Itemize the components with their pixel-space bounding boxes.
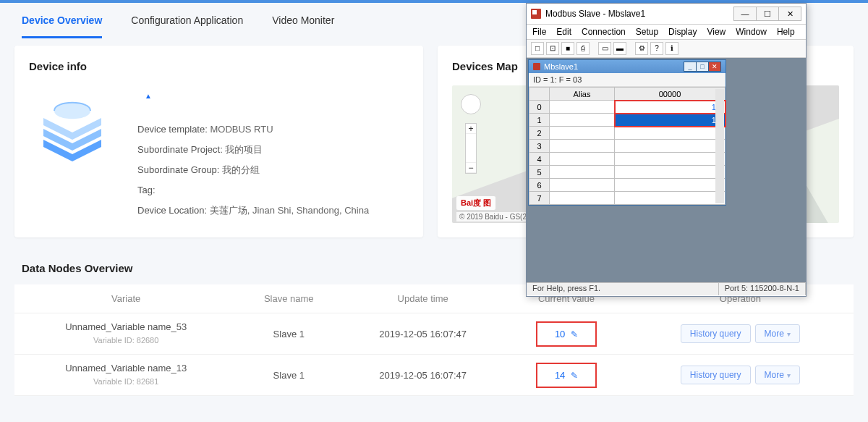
- tool-icon[interactable]: ⚙: [635, 42, 648, 55]
- maximize-button[interactable]: ☐: [756, 7, 779, 21]
- child-titlebar[interactable]: Mbslave1 _ □ ✕: [529, 60, 726, 73]
- caret-icon: ▲: [145, 86, 152, 106]
- about-icon[interactable]: ℹ: [665, 42, 678, 55]
- print-icon[interactable]: ⎙: [576, 42, 590, 55]
- update-time: 2019-12-05 16:07:47: [340, 313, 506, 355]
- scrollbar[interactable]: [715, 89, 724, 203]
- menu-connection[interactable]: Connection: [582, 27, 626, 37]
- grid-col-alias: Alias: [550, 88, 615, 101]
- grid-col-value: 00000: [615, 88, 726, 101]
- col-time: Update time: [340, 284, 506, 313]
- child-close-button[interactable]: ✕: [708, 62, 721, 72]
- table-row: Unnamed_Variable name_53Variable ID: 826…: [14, 313, 854, 355]
- tab-video-monitor[interactable]: Video Moniter: [272, 14, 334, 38]
- edit-icon[interactable]: ✎: [571, 329, 578, 339]
- history-query-button[interactable]: History query: [681, 366, 751, 384]
- window-title: Modbus Slave - Mbslave1: [545, 9, 734, 19]
- child-minimize-button[interactable]: _: [684, 62, 697, 72]
- menu-file[interactable]: File: [532, 27, 546, 37]
- current-value: 14: [555, 370, 565, 381]
- map-zoom-in-icon[interactable]: +: [466, 124, 476, 134]
- update-time: 2019-12-05 16:07:47: [340, 355, 506, 396]
- tab-configuration[interactable]: Configuration Application: [131, 14, 243, 38]
- menu-setup[interactable]: Setup: [636, 27, 658, 37]
- chevron-down-icon: ▾: [787, 371, 791, 379]
- window-titlebar[interactable]: Modbus Slave - Mbslave1 — ☐ ✕: [527, 4, 806, 25]
- open-icon[interactable]: ⊡: [546, 42, 559, 55]
- variable-name: Unnamed_Variable name_13: [20, 362, 231, 375]
- statusbar: For Help, press F1. Port 5: 115200-8-N-1: [527, 282, 806, 295]
- variable-id: Variable ID: 82681: [20, 375, 231, 388]
- device-project: 我的项目: [225, 144, 263, 155]
- register-row[interactable]: 20: [529, 127, 726, 140]
- data-nodes-table: Variate Slave name Update time Current v…: [14, 284, 854, 396]
- col-slave: Slave name: [237, 284, 340, 313]
- tab-device-overview[interactable]: Device Overview: [22, 14, 102, 38]
- status-port: Port 5: 115200-8-N-1: [719, 283, 806, 295]
- device-tag-label: Tag:: [137, 185, 156, 195]
- map-zoom-out-icon[interactable]: −: [466, 163, 476, 173]
- col-variate: Variate: [14, 284, 237, 313]
- register-grid[interactable]: Alias 00000 010114203040506070: [529, 87, 726, 205]
- current-value: 10: [555, 329, 565, 339]
- chevron-down-icon: ▾: [787, 330, 791, 338]
- connect-icon[interactable]: ▭: [598, 42, 611, 55]
- register-row[interactable]: 60: [529, 179, 726, 192]
- register-row[interactable]: 40: [529, 153, 726, 166]
- more-button[interactable]: More▾: [755, 366, 800, 384]
- help-icon[interactable]: ?: [650, 42, 663, 55]
- mbslave-child-window: Mbslave1 _ □ ✕ ID = 1: F = 03 Alias 0000…: [528, 59, 726, 206]
- device-icon: [29, 85, 116, 172]
- device-info-title: Device info: [29, 60, 409, 72]
- edit-icon[interactable]: ✎: [571, 371, 578, 381]
- save-icon[interactable]: ■: [561, 42, 574, 55]
- map-zoom-control[interactable]: +−: [465, 123, 477, 174]
- variable-id: Variable ID: 82680: [20, 334, 231, 347]
- register-row[interactable]: 70: [529, 192, 726, 205]
- minimize-button[interactable]: —: [733, 7, 757, 21]
- device-info-card: Device info ▲ Device template: MODBUS RT…: [14, 46, 423, 237]
- device-template: MODBUS RTU: [210, 124, 273, 135]
- child-title: Mbslave1: [544, 62, 684, 71]
- device-group: 我的分组: [222, 164, 260, 175]
- menu-view[interactable]: View: [707, 27, 726, 37]
- menu-edit[interactable]: Edit: [556, 27, 571, 37]
- register-row[interactable]: 30: [529, 140, 726, 153]
- child-maximize-button[interactable]: □: [696, 62, 709, 72]
- app-icon: [531, 9, 541, 19]
- slave-name: Slave 1: [237, 313, 340, 355]
- close-button[interactable]: ✕: [778, 7, 801, 21]
- history-query-button[interactable]: History query: [681, 324, 751, 343]
- status-help: For Help, press F1.: [527, 283, 719, 295]
- register-row[interactable]: 50: [529, 166, 726, 179]
- new-icon[interactable]: □: [531, 42, 544, 55]
- baidu-logo-icon: Bai度 图: [456, 196, 495, 210]
- device-location: 美莲广场, Jinan Shi, Shandong, China: [210, 205, 369, 216]
- child-app-icon: [533, 63, 540, 70]
- menu-window[interactable]: Window: [736, 27, 767, 37]
- more-button[interactable]: More▾: [755, 324, 800, 343]
- register-row[interactable]: 010: [529, 101, 726, 114]
- slave-name: Slave 1: [237, 355, 340, 396]
- modbus-slave-window: Modbus Slave - Mbslave1 — ☐ ✕ FileEditCo…: [526, 3, 807, 297]
- menu-display[interactable]: Display: [668, 27, 697, 37]
- disconnect-icon[interactable]: ▬: [613, 42, 626, 55]
- table-row: Unnamed_Variable name_13Variable ID: 826…: [14, 355, 854, 396]
- register-row[interactable]: 114: [529, 114, 726, 127]
- slave-id-line: ID = 1: F = 03: [529, 73, 726, 87]
- menu-help[interactable]: Help: [777, 27, 795, 37]
- toolbar: □ ⊡ ■ ⎙ ▭ ▬ ⚙ ? ℹ: [527, 40, 806, 58]
- menubar: FileEditConnectionSetupDisplayViewWindow…: [527, 25, 806, 40]
- variable-name: Unnamed_Variable name_53: [20, 321, 231, 334]
- map-pan-control-icon[interactable]: [461, 94, 481, 114]
